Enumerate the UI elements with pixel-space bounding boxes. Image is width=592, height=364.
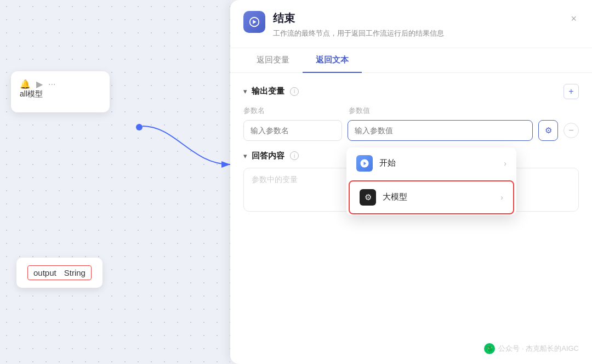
more-icon: ··· xyxy=(48,79,55,89)
param-name-label: 参数名 xyxy=(243,106,342,116)
bell-icon: 🔔 xyxy=(20,79,31,89)
dropdown-label-model: 大模型 xyxy=(383,192,494,202)
section2-chevron-icon: ▾ xyxy=(243,152,247,160)
dropdown-label-start: 开始 xyxy=(379,158,497,168)
close-button[interactable]: × xyxy=(566,11,581,27)
param-minus-button[interactable]: − xyxy=(563,123,579,138)
play-icon: ▶ xyxy=(36,79,43,89)
param-value-input[interactable] xyxy=(348,120,533,141)
dropdown-item-start[interactable]: 开始 › xyxy=(346,147,516,179)
workflow-node-card[interactable]: 🔔 ▶ ··· all模型 xyxy=(11,71,110,112)
chevron-right-icon: › xyxy=(504,159,506,168)
section2-placeholder: 参数中的变量 xyxy=(252,175,298,184)
node-label: all模型 xyxy=(20,89,101,99)
watermark-text: 公众号 · 杰克船长的AIGC xyxy=(498,344,579,354)
right-panel: 结束 工作流的最终节点，用于返回工作流运行后的结果信息 × 返回变量 返回文本 … xyxy=(230,0,592,364)
param-gear-button[interactable]: ⚙ xyxy=(538,120,558,141)
canvas-area: 🔔 ▶ ··· all模型 output String xyxy=(0,0,230,364)
tab-return-text[interactable]: 返回文本 xyxy=(303,48,362,73)
end-node-icon xyxy=(248,16,260,28)
model-icon: ⚙ xyxy=(360,189,376,206)
section2-info-icon: i xyxy=(290,151,299,160)
chevron-down-icon: ▾ xyxy=(243,87,247,95)
output-bubble: output String xyxy=(16,258,103,288)
section1-title: 输出变量 xyxy=(252,86,284,96)
watermark: 🐉 公众号 · 杰克船长的AIGC xyxy=(484,343,579,354)
panel-header: 结束 工作流的最终节点，用于返回工作流运行后的结果信息 × xyxy=(230,0,592,48)
param-labels: 参数名 参数值 xyxy=(243,106,579,116)
param-row: ⚙ − 开始 › ⚙ xyxy=(243,120,579,141)
start-icon xyxy=(356,155,373,172)
node-card-icons: 🔔 ▶ ··· xyxy=(20,79,101,89)
panel-subtitle: 工作流的最终节点，用于返回工作流运行后的结果信息 xyxy=(273,28,579,39)
panel-content: ▾ 输出变量 i + 参数名 参数值 ⚙ − xyxy=(230,73,592,223)
output-name: output xyxy=(33,268,56,277)
wechat-icon: 🐉 xyxy=(484,343,495,354)
chevron-right-model-icon: › xyxy=(500,193,503,202)
panel-icon xyxy=(243,11,265,33)
output-type: String xyxy=(64,268,86,277)
panel-title: 结束 xyxy=(273,11,579,26)
param-value-label: 参数值 xyxy=(349,106,579,116)
tab-return-var[interactable]: 返回变量 xyxy=(243,48,303,73)
param-name-input[interactable] xyxy=(243,120,342,141)
variable-dropdown: 开始 › ⚙ 大模型 › xyxy=(346,147,516,215)
output-tag: output String xyxy=(27,265,92,280)
dropdown-item-model[interactable]: ⚙ 大模型 › xyxy=(349,180,514,214)
panel-title-block: 结束 工作流的最终节点，用于返回工作流运行后的结果信息 xyxy=(273,11,579,39)
section1-header: ▾ 输出变量 i + xyxy=(243,84,579,99)
section1-add-button[interactable]: + xyxy=(563,84,579,99)
panel-tabs: 返回变量 返回文本 xyxy=(230,48,592,73)
section1-info-icon: i xyxy=(290,87,299,96)
connection-dot xyxy=(136,124,143,130)
section2-title: 回答内容 xyxy=(252,151,284,161)
